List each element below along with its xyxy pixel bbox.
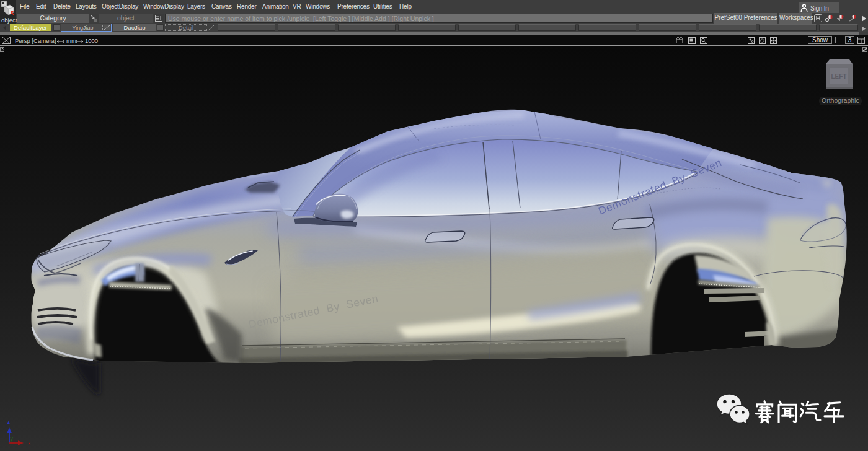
svg-text:z: z	[7, 418, 10, 425]
svg-text:x: x	[28, 440, 31, 447]
svg-text:LEFT: LEFT	[831, 73, 847, 80]
svg-text:y: y	[11, 436, 14, 442]
